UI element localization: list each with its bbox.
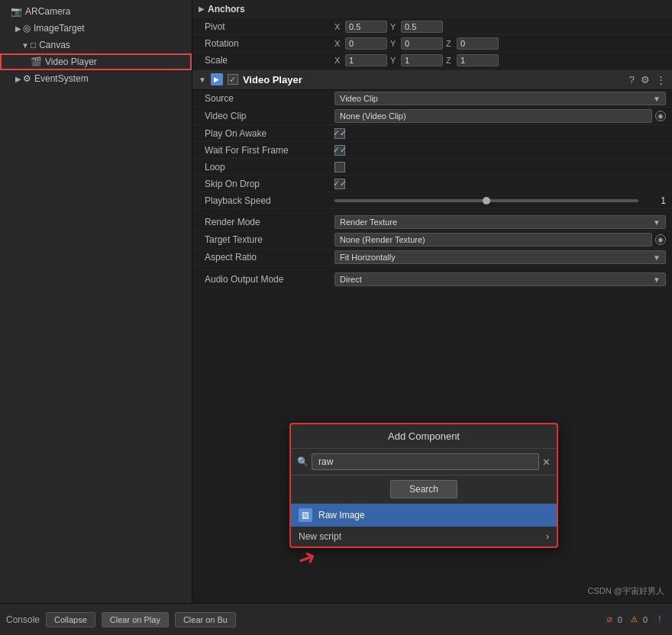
search-button[interactable]: Search bbox=[390, 480, 457, 498]
rot-z-input[interactable] bbox=[457, 37, 499, 50]
sidebar-item-canvas[interactable]: ▼ □ Canvas bbox=[0, 37, 192, 53]
clear-on-play-button[interactable]: Clear on Play bbox=[102, 612, 169, 627]
search-button-row: Search bbox=[291, 475, 557, 504]
skip-on-drop-checkbox[interactable]: ✓ bbox=[334, 179, 345, 189]
bottom-spacer bbox=[192, 288, 672, 426]
pivot-y-field: Y bbox=[390, 21, 443, 33]
slider-thumb[interactable] bbox=[483, 197, 490, 205]
render-mode-label: Render Mode bbox=[205, 217, 334, 227]
vp-collapse-arrow[interactable]: ▼ bbox=[199, 76, 206, 84]
loop-checkbox[interactable] bbox=[334, 162, 345, 172]
new-script-label: New script bbox=[299, 531, 341, 542]
scale-value: X Y Z bbox=[334, 54, 666, 66]
source-label: Source bbox=[205, 93, 334, 104]
warning-badge: ⚠ 0 bbox=[628, 614, 648, 626]
rot-z-label: Z bbox=[446, 39, 455, 48]
error-badge: ⊘ 0 bbox=[603, 614, 622, 626]
error-count: 0 bbox=[618, 615, 622, 624]
play-on-awake-checkbox[interactable]: ✓ bbox=[334, 128, 345, 139]
aspect-ratio-arrow: ▼ bbox=[653, 253, 661, 262]
slider-fill bbox=[334, 199, 486, 202]
vp-section-icons: ? ⚙ ⋮ bbox=[629, 74, 666, 85]
scale-y-field: Y bbox=[390, 54, 443, 66]
collapse-button[interactable]: Collapse bbox=[46, 612, 95, 627]
add-component-overlay: Add Component 🔍 ✕ Search 🖼 Raw Image New… bbox=[290, 424, 557, 547]
render-mode-text: Render Texture bbox=[340, 218, 397, 227]
target-texture-label: Target Texture bbox=[205, 234, 334, 245]
sidebar: 📷 ARCamera ▶ ◎ ImageTarget ▼ □ Canvas 🎬 … bbox=[0, 0, 192, 635]
vp-icon: ▶ bbox=[211, 73, 223, 85]
rotation-label: Rotation bbox=[205, 38, 334, 49]
sidebar-item-videoplayer[interactable]: 🎬 Video Player bbox=[0, 53, 192, 70]
skip-on-drop-row: Skip On Drop ✓ bbox=[192, 176, 672, 192]
sidebar-label-canvas: Canvas bbox=[39, 40, 70, 50]
source-dropdown[interactable]: Video Clip ▼ bbox=[334, 92, 666, 105]
rot-x-field: X bbox=[334, 37, 387, 50]
pivot-y-label: Y bbox=[390, 22, 399, 31]
new-script-row[interactable]: New script › bbox=[291, 527, 557, 546]
settings-icon[interactable]: ⚙ bbox=[641, 74, 650, 85]
sidebar-item-arcamera[interactable]: 📷 ARCamera bbox=[0, 3, 192, 20]
target-texture-value: None (Render Texture) ◉ bbox=[334, 233, 666, 247]
sidebar-item-imagetarget[interactable]: ▶ ◎ ImageTarget bbox=[0, 20, 192, 37]
anchors-section: ▶ Anchors bbox=[192, 0, 672, 18]
eventsystem-icon: ⚙ bbox=[23, 73, 31, 84]
rotation-row: Rotation X Y Z bbox=[192, 35, 672, 52]
vp-section-title: Video Player bbox=[243, 74, 625, 85]
search-clear-icon[interactable]: ✕ bbox=[542, 456, 551, 468]
aspect-ratio-dropdown[interactable]: Fit Horizontally ▼ bbox=[334, 250, 666, 264]
videoclip-dot[interactable]: ◉ bbox=[655, 111, 666, 121]
rot-y-label: Y bbox=[390, 39, 399, 48]
rot-y-input[interactable] bbox=[401, 37, 443, 50]
clear-on-build-button[interactable]: Clear on Bu bbox=[175, 612, 236, 627]
playback-speed-row: Playback Speed 1 bbox=[192, 192, 672, 209]
scale-x-input[interactable] bbox=[345, 54, 387, 66]
wait-first-frame-checkbox[interactable]: ✓ bbox=[334, 145, 345, 156]
audio-output-value: Direct ▼ bbox=[334, 272, 666, 286]
videoclip-value: None (Video Clip) ◉ bbox=[334, 109, 666, 123]
new-script-arrow: › bbox=[546, 531, 549, 542]
rot-x-input[interactable] bbox=[345, 37, 387, 50]
aspect-ratio-value: Fit Horizontally ▼ bbox=[334, 250, 666, 264]
raw-image-result[interactable]: 🖼 Raw Image bbox=[291, 504, 557, 527]
playback-speed-slider[interactable]: 1 bbox=[334, 195, 666, 206]
sidebar-label-eventsystem: EventSystem bbox=[34, 73, 89, 84]
scale-z-label: Z bbox=[446, 56, 455, 65]
target-texture-dot[interactable]: ◉ bbox=[655, 234, 666, 245]
pivot-y-input[interactable] bbox=[401, 21, 443, 33]
scale-z-input[interactable] bbox=[457, 54, 499, 66]
error-icon: ⊘ bbox=[603, 614, 615, 626]
help-icon[interactable]: ? bbox=[629, 74, 635, 85]
aspect-ratio-row: Aspect Ratio Fit Horizontally ▼ bbox=[192, 249, 672, 266]
scale-y-input[interactable] bbox=[401, 54, 443, 66]
target-texture-field[interactable]: None (Render Texture) bbox=[334, 233, 652, 247]
playback-speed-value: 1 bbox=[334, 195, 666, 206]
scale-x-field: X bbox=[334, 54, 387, 66]
render-mode-arrow: ▼ bbox=[653, 218, 661, 227]
videoclip-row: Video Clip None (Video Clip) ◉ bbox=[192, 108, 672, 125]
aspect-ratio-label: Aspect Ratio bbox=[205, 252, 334, 263]
search-input[interactable] bbox=[312, 453, 539, 470]
render-mode-value: Render Texture ▼ bbox=[334, 215, 666, 229]
render-mode-dropdown[interactable]: Render Texture ▼ bbox=[334, 215, 666, 229]
source-row: Source Video Clip ▼ bbox=[192, 90, 672, 108]
pivot-label: Pivot bbox=[205, 21, 334, 32]
wait-first-frame-row: Wait For First Frame ✓ bbox=[192, 142, 672, 159]
search-icon: 🔍 bbox=[297, 456, 309, 467]
pivot-x-input[interactable] bbox=[345, 21, 387, 33]
more-icon[interactable]: ⋮ bbox=[656, 74, 666, 85]
source-dropdown-text: Video Clip bbox=[340, 94, 378, 103]
videoclip-text: None (Video Clip) bbox=[340, 111, 406, 121]
sidebar-item-eventsystem[interactable]: ▶ ⚙ EventSystem bbox=[0, 70, 192, 87]
audio-output-dropdown[interactable]: Direct ▼ bbox=[334, 272, 666, 286]
play-on-awake-row: Play On Awake ✓ bbox=[192, 125, 672, 142]
loop-row: Loop bbox=[192, 159, 672, 176]
vp-enabled-checkbox[interactable]: ✓ bbox=[228, 74, 238, 85]
anchors-arrow[interactable]: ▶ bbox=[199, 5, 205, 13]
videoclip-field[interactable]: None (Video Clip) bbox=[334, 109, 652, 123]
aspect-ratio-text: Fit Horizontally bbox=[340, 253, 396, 262]
render-mode-row: Render Mode Render Texture ▼ bbox=[192, 214, 672, 231]
rot-z-field: Z bbox=[446, 37, 499, 50]
source-dropdown-arrow: ▼ bbox=[653, 95, 661, 103]
play-on-awake-label: Play On Awake bbox=[205, 128, 334, 139]
